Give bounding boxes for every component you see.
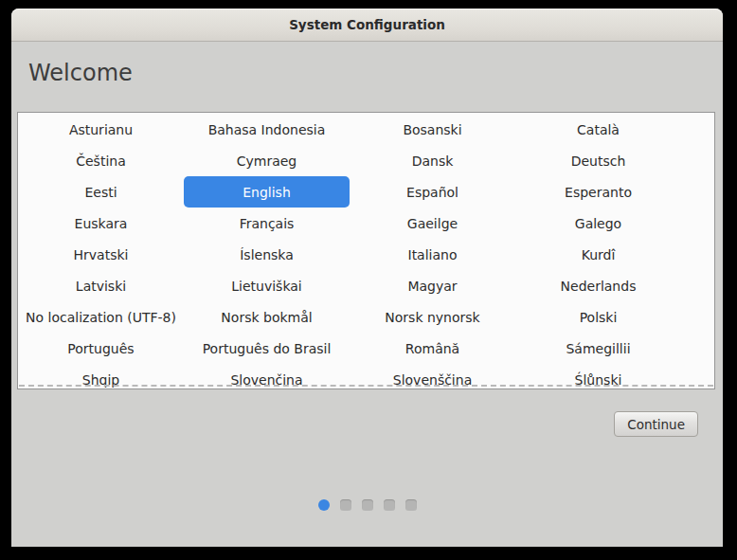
scroll-cutoff-indicator xyxy=(19,385,713,387)
language-option-selected[interactable]: English xyxy=(184,176,350,208)
language-option[interactable]: Nederlands xyxy=(515,270,681,301)
language-option[interactable]: Kurdî xyxy=(515,239,681,270)
language-option[interactable]: Magyar xyxy=(350,270,515,301)
language-option[interactable]: Galego xyxy=(515,208,681,239)
language-option[interactable]: Português xyxy=(18,333,184,364)
system-configuration-window: System Configuration Welcome AsturianuBa… xyxy=(11,9,723,547)
language-option[interactable]: Français xyxy=(184,208,350,239)
progress-dot xyxy=(405,499,417,511)
language-option[interactable]: Latviski xyxy=(18,270,184,301)
language-option[interactable]: Eesti xyxy=(18,176,184,208)
window-title: System Configuration xyxy=(289,17,445,32)
language-option[interactable]: Asturianu xyxy=(18,114,184,145)
language-grid: AsturianuBahasa IndonesiaBosanskiCatalàČ… xyxy=(18,113,714,389)
language-option[interactable]: No localization (UTF-8) xyxy=(18,301,184,333)
language-option[interactable]: Deutsch xyxy=(515,145,681,176)
language-option[interactable]: Dansk xyxy=(350,145,515,176)
language-option[interactable]: Bosanski xyxy=(350,114,515,145)
progress-dot-active xyxy=(318,499,330,511)
language-option[interactable]: Português do Brasil xyxy=(184,333,350,364)
language-option[interactable]: Español xyxy=(350,176,515,208)
language-option[interactable]: Italiano xyxy=(350,239,515,270)
progress-dots xyxy=(11,499,723,511)
progress-dot xyxy=(384,499,395,511)
language-option[interactable]: Gaeilge xyxy=(350,208,515,239)
language-list[interactable]: AsturianuBahasa IndonesiaBosanskiCatalàČ… xyxy=(17,112,715,389)
language-option[interactable]: Polski xyxy=(515,301,681,333)
language-option[interactable]: Cymraeg xyxy=(184,145,350,176)
language-option[interactable]: Čeština xyxy=(18,145,184,176)
page-title: Welcome xyxy=(28,60,133,86)
language-option[interactable]: Hrvatski xyxy=(18,239,184,270)
progress-dot xyxy=(340,499,351,511)
language-option[interactable]: Norsk nynorsk xyxy=(350,301,515,333)
titlebar[interactable]: System Configuration xyxy=(11,9,723,42)
language-option[interactable]: Íslenska xyxy=(184,239,350,270)
language-option[interactable]: Lietuviškai xyxy=(184,270,350,301)
language-option[interactable]: Català xyxy=(515,114,681,145)
language-option[interactable]: Esperanto xyxy=(515,176,681,208)
language-option[interactable]: Euskara xyxy=(18,208,184,239)
language-option[interactable]: Norsk bokmål xyxy=(184,301,350,333)
continue-button[interactable]: Continue xyxy=(614,411,698,437)
language-option[interactable]: Română xyxy=(350,333,515,364)
language-option[interactable]: Sámegillii xyxy=(515,333,681,364)
language-option[interactable]: Bahasa Indonesia xyxy=(184,114,350,145)
progress-dot xyxy=(362,499,373,511)
